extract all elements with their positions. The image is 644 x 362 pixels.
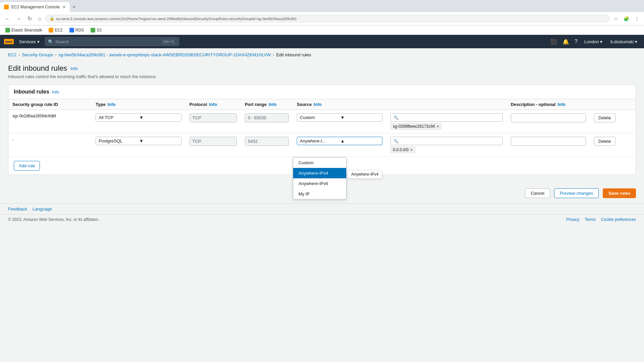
aws-logo[interactable]: aws — [4, 39, 14, 44]
row1-source-value: Custom — [300, 115, 339, 120]
save-rules-btn[interactable]: Save rules — [603, 188, 636, 198]
region-selector[interactable]: London ▾ — [582, 38, 605, 46]
col-header-source-input — [386, 99, 506, 110]
breadcrumb: EC2 › Security Groups › sg-0ee5b34aca209… — [0, 48, 644, 61]
row1-source-select[interactable]: Custom ▼ — [297, 113, 382, 122]
row2-type: PostgreSQL ▼ — [92, 133, 185, 157]
row2-port-input: 5432 — [245, 137, 289, 146]
row1-chip-label: sg-0269fbeec26173c94 — [393, 124, 435, 129]
breadcrumb-sep-2: › — [55, 53, 57, 57]
tab-close-btn[interactable]: ✕ — [62, 5, 66, 9]
row2-desc-input[interactable] — [511, 137, 586, 146]
bookmarks-btn[interactable]: ☆ — [612, 15, 620, 23]
language-link[interactable]: Language — [33, 206, 52, 212]
active-tab[interactable]: 🟠 EC2 Management Console ✕ — [0, 2, 70, 12]
notifications-btn[interactable]: 🔔 — [561, 37, 571, 46]
row2-search-input[interactable] — [400, 138, 499, 143]
row2-type-value: PostgreSQL — [99, 138, 138, 143]
breadcrumb-ec2[interactable]: EC2 — [8, 52, 16, 57]
search-input[interactable] — [55, 39, 160, 44]
dropdown-item-anywhere-ipv6[interactable]: Anywhere-IPv6 — [293, 178, 346, 189]
protocol-info-link[interactable]: Info — [209, 102, 217, 107]
row1-search-wrapper: 🔍 — [390, 113, 502, 122]
feedback-bar: Feedback Language — [0, 203, 644, 214]
cloud-shell-btn[interactable]: ⬛ — [549, 37, 558, 46]
row1-source-input-area: 🔍 sg-0269fbeec26173c94 ✕ — [386, 110, 506, 133]
row2-source-type: Anywhere-I... ▲ Custom Anywhere-IPv4 Any… — [293, 133, 386, 157]
browser-nav-bar: ← → ↻ ⌂ 🔒 eu-west-2.console.aws.amazon.c… — [0, 12, 644, 25]
new-tab-btn[interactable]: + — [70, 4, 78, 10]
extensions-btn[interactable]: 🧩 — [622, 15, 631, 23]
services-menu-btn[interactable]: Services ▾ — [16, 38, 42, 46]
row2-type-select[interactable]: PostgreSQL ▼ — [96, 137, 181, 145]
row1-port-input: 0 - 65535 — [245, 113, 289, 122]
row1-desc-input[interactable] — [511, 113, 586, 122]
row2-source-arrow: ▲ — [340, 138, 380, 143]
tab-label: EC2 Management Console — [11, 5, 60, 9]
feedback-link[interactable]: Feedback — [8, 206, 27, 212]
inbound-rules-panel: Inbound rules Info Security group rule I… — [8, 84, 636, 175]
reload-btn[interactable]: ↻ — [25, 14, 34, 23]
bookmark-ec2[interactable]: EC2 — [46, 27, 65, 33]
address-bar[interactable]: 🔒 eu-west-2.console.aws.amazon.com/ec2/v… — [45, 15, 610, 22]
breadcrumb-security-groups[interactable]: Security Groups — [22, 52, 53, 57]
page-header: Edit inbound rules Info Inbound rules co… — [0, 61, 644, 84]
aws-footer: © 2023, Amazon Web Services, Inc. or its… — [0, 214, 644, 225]
dropdown-item-my-ip[interactable]: My IP — [293, 189, 346, 199]
bookmark-icon-eb — [5, 28, 10, 33]
forward-btn[interactable]: → — [14, 14, 23, 23]
type-info-link[interactable]: Info — [108, 102, 116, 107]
row1-search-icon: 🔍 — [393, 115, 398, 120]
breadcrumb-current: Edit inbound rules — [276, 52, 311, 57]
search-shortcut: [Alt+S] — [162, 39, 176, 44]
row2-chip-close[interactable]: ✕ — [410, 148, 413, 152]
breadcrumb-sep-3: › — [273, 53, 274, 57]
bookmark-label-eb: Elastic Beanstalk — [11, 28, 42, 33]
aws-search-bar[interactable]: 🔍 [Alt+S] — [45, 37, 179, 46]
row1-actions: Delete — [590, 110, 636, 133]
row1-delete-btn[interactable]: Delete — [594, 113, 615, 122]
bookmark-rds[interactable]: RDS — [67, 27, 87, 33]
page-subtitle: Inbound rules control the incoming traff… — [8, 74, 636, 79]
terms-link[interactable]: Terms — [585, 217, 596, 222]
back-btn[interactable]: ← — [3, 14, 12, 23]
copyright-text: © 2023, Amazon Web Services, Inc. or its… — [8, 217, 99, 222]
panel-header: Inbound rules Info — [8, 85, 636, 99]
home-btn[interactable]: ⌂ — [36, 14, 43, 23]
dropdown-item-custom[interactable]: Custom — [293, 158, 346, 168]
row1-search-input[interactable] — [400, 115, 499, 120]
col-header-protocol: Protocol Info — [185, 99, 241, 110]
bookmark-elastic-beanstalk[interactable]: Elastic Beanstalk — [3, 27, 45, 33]
aws-nav-right: ⬛ 🔔 ? London ▾ b.dostumski ▾ — [549, 37, 640, 46]
menu-btn[interactable]: ⋮ — [633, 15, 641, 23]
panel-info-link[interactable]: Info — [52, 89, 59, 95]
port-info-link[interactable]: Info — [269, 102, 277, 107]
row1-chip-close[interactable]: ✕ — [436, 124, 439, 129]
row1-type: All TCP ▼ — [92, 110, 185, 133]
dropdown-item-anywhere-ipv4[interactable]: Anywhere-IPv4 Anywhere-IPv4 — [293, 168, 346, 178]
panel-title: Inbound rules — [14, 89, 49, 95]
breadcrumb-sg-id[interactable]: sg-0ee5b34aca209c061 - awseb-e-qxrephbvp… — [59, 52, 271, 57]
col-header-type: Type Info — [92, 99, 185, 110]
aws-top-nav: aws Services ▾ 🔍 [Alt+S] ⬛ 🔔 ? London ▾ … — [0, 35, 644, 48]
source-dropdown-menu: Custom Anywhere-IPv4 Anywhere-IPv4 Anywh… — [293, 157, 346, 199]
help-btn[interactable]: ? — [573, 37, 579, 46]
desc-info-link[interactable]: Info — [557, 102, 566, 107]
preview-changes-btn[interactable]: Preview changes — [554, 188, 599, 198]
cancel-btn[interactable]: Cancel — [525, 188, 550, 198]
add-rule-btn[interactable]: Add rule — [14, 161, 40, 171]
row2-protocol: TCP — [185, 133, 241, 157]
main-content: EC2 › Security Groups › sg-0ee5b34aca209… — [0, 48, 644, 362]
row2-source-dropdown[interactable]: Anywhere-I... ▲ — [297, 137, 382, 145]
bookmark-s3[interactable]: S3 — [88, 27, 104, 33]
row2-delete-btn[interactable]: Delete — [594, 137, 615, 146]
privacy-link[interactable]: Privacy — [566, 217, 579, 222]
page-title-info[interactable]: Info — [70, 66, 78, 71]
source-info-link[interactable]: Info — [314, 102, 322, 107]
breadcrumb-sep-1: › — [18, 53, 20, 57]
bookmark-icon-s3 — [91, 28, 95, 33]
user-menu[interactable]: b.dostumski ▾ — [608, 38, 640, 46]
row1-type-select[interactable]: All TCP ▼ — [96, 113, 181, 122]
cookie-link[interactable]: Cookie preferences — [601, 217, 636, 222]
row2-id-text: - — [12, 137, 14, 142]
